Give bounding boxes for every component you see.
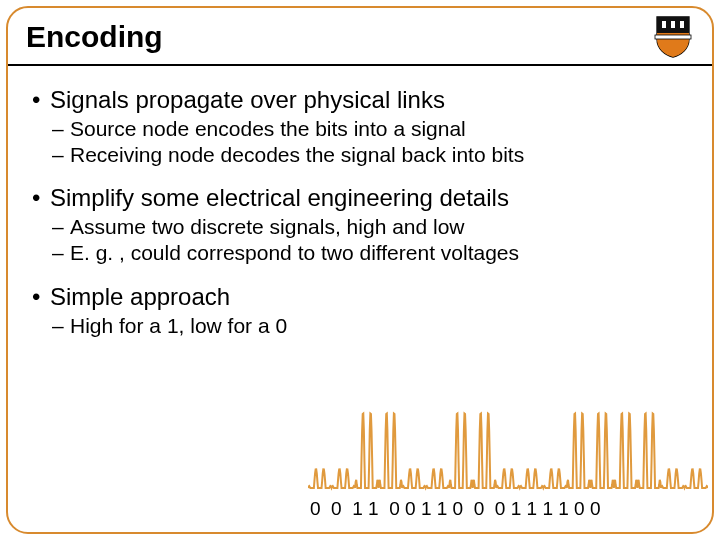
title-row: Encoding [8, 8, 712, 64]
bullet-2: Simplify some electrical engineering det… [32, 184, 688, 212]
svg-rect-2 [680, 21, 684, 28]
svg-rect-1 [671, 21, 675, 28]
svg-rect-3 [655, 35, 691, 39]
bullet-1-sub-2: Receiving node decodes the signal back i… [32, 142, 688, 168]
bullet-1: Signals propagate over physical links [32, 86, 688, 114]
princeton-shield-icon [652, 16, 694, 58]
bullet-3-sub-1: High for a 1, low for a 0 [32, 313, 688, 339]
slide-content: Signals propagate over physical links So… [8, 66, 712, 339]
bullet-3: Simple approach [32, 283, 688, 311]
slide-title: Encoding [26, 20, 163, 54]
bullet-2-sub-2: E. g. , could correspond to two differen… [32, 240, 688, 266]
svg-rect-0 [662, 21, 666, 28]
bullet-1-sub-1: Source node encodes the bits into a sign… [32, 116, 688, 142]
slide-frame: Encoding Signals propagate over physical… [6, 6, 714, 534]
bullet-2-sub-1: Assume two discrete signals, high and lo… [32, 214, 688, 240]
bit-labels: 0 0 1 1 0 0 1 1 0 0 0 1 1 1 1 0 0 [310, 498, 714, 520]
signal-waveform [308, 392, 708, 492]
